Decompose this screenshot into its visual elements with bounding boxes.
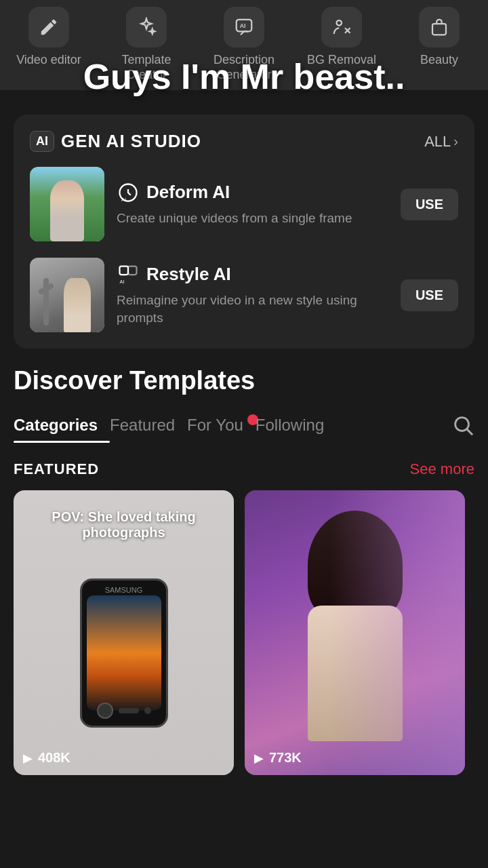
bg-removal-label: BG Removal [307,53,376,68]
card-1-play-row: ▶ 408K [23,750,70,766]
category-tab-for-you[interactable]: For You [187,410,256,440]
toolbar-item-bg-removal[interactable]: BG Removal [293,7,390,82]
template-cards: POV: She loved taking photographs SAMSUN… [14,490,474,782]
gen-ai-studio-title: GEN AI STUDIO [61,131,201,152]
deform-ai-info: AI Deform AI Create unique videos from a… [117,181,388,228]
svg-rect-8 [120,266,129,275]
bag-icon [429,17,449,37]
restyle-ai-item: AI Restyle AI Reimagine your video in a … [30,258,458,332]
toolbar: Video editor Template Creator AI Descrip… [0,0,488,90]
deform-ai-desc: Create unique videos from a single frame [117,211,352,225]
see-more-link[interactable]: See more [410,460,474,478]
svg-point-2 [337,20,342,26]
ai-badge: AI [30,131,54,152]
categories-nav: Categories Featured For You Following [14,410,474,440]
samsung-phone: SAMSUNG [80,578,168,728]
toolbar-item-video-editor[interactable]: Video editor [0,7,98,82]
deform-ai-item: AI Deform AI Create unique videos from a… [30,167,458,241]
gen-ai-studio-section: AI GEN AI STUDIO ALL › AI Deform AI Crea… [14,115,474,349]
svg-rect-9 [128,266,137,275]
svg-text:AI: AI [240,22,246,29]
pov-overlay-text: POV: She loved taking photographs [14,509,234,540]
template-card-1-image: POV: She loved taking photographs SAMSUN… [14,490,234,775]
play-icon-2: ▶ [254,751,264,766]
svg-text:AI: AI [121,196,126,202]
template-card-1[interactable]: POV: She loved taking photographs SAMSUN… [14,490,234,775]
restyle-ai-info: AI Restyle AI Reimagine your video in a … [117,263,388,328]
restyle-ai-name: Restyle AI [146,264,231,285]
card-1-play-count: 408K [38,750,70,766]
deform-ai-icon: AI [117,181,140,204]
svg-text:AI: AI [120,278,125,284]
chevron-right-icon: › [453,134,458,149]
toolbar-item-description-generator[interactable]: AI Description Generator [195,7,293,82]
phone-buttons [97,703,151,719]
deform-ai-use-button[interactable]: USE [401,189,458,220]
card-2-play-count: 773K [269,750,302,766]
beauty-label: Beauty [420,53,458,68]
deform-ai-name: Deform AI [146,182,230,203]
template-creator-label: Template Creator [109,53,184,82]
restyle-ai-icon: AI [117,263,140,286]
deform-ai-name-row: AI Deform AI [117,181,388,204]
svg-line-12 [467,430,472,435]
restyle-ai-desc: Reimagine your video in a new style usin… [117,293,357,326]
svg-point-11 [455,418,469,431]
search-button[interactable] [451,414,474,437]
featured-row-header: FEATURED See more [14,460,474,478]
restyle-ai-thumbnail [30,258,104,332]
deform-ai-thumbnail [30,167,104,241]
video-editor-label: Video editor [16,53,81,68]
restyle-ai-name-row: AI Restyle AI [117,263,388,286]
woman-card-background [245,490,465,775]
bg-removal-icon-box [321,7,362,47]
restyle-ai-use-button[interactable]: USE [401,279,458,311]
gen-ai-header: AI GEN AI STUDIO ALL › [30,131,458,152]
toolbar-item-beauty[interactable]: Beauty [390,7,488,82]
gen-ai-all-button[interactable]: ALL › [424,133,458,151]
template-creator-icon-box [126,7,167,47]
video-editor-icon-box [28,7,69,47]
card-2-play-row: ▶ 773K [254,750,302,766]
featured-section-label: FEATURED [14,460,99,478]
phone-screen [87,595,161,711]
pencil-icon [39,17,59,37]
ai-chat-icon: AI [234,17,254,37]
category-tab-featured[interactable]: Featured [110,410,187,440]
search-icon [451,414,474,437]
beauty-icon-box [419,7,460,47]
category-tab-categories[interactable]: Categories [14,410,110,440]
play-icon-1: ▶ [23,751,33,766]
svg-rect-5 [432,24,446,35]
description-generator-icon-box: AI [224,7,264,47]
person-removal-icon [331,17,352,37]
category-tab-following[interactable]: Following [256,410,336,440]
gen-ai-all-label: ALL [424,133,451,151]
discover-section: Discover Templates Categories Featured F… [0,359,488,782]
template-card-2-image [245,490,465,775]
phone-brand-label: SAMSUNG [105,586,143,594]
template-card-2[interactable]: ▶ 773K [245,490,465,775]
description-generator-label: Description Generator [207,53,281,82]
gen-ai-title-wrap: AI GEN AI STUDIO [30,131,201,152]
toolbar-item-template-creator[interactable]: Template Creator [98,7,195,82]
sparkles-icon [136,17,157,37]
discover-title: Discover Templates [14,366,474,395]
pov-card-background: POV: She loved taking photographs SAMSUN… [14,490,234,775]
